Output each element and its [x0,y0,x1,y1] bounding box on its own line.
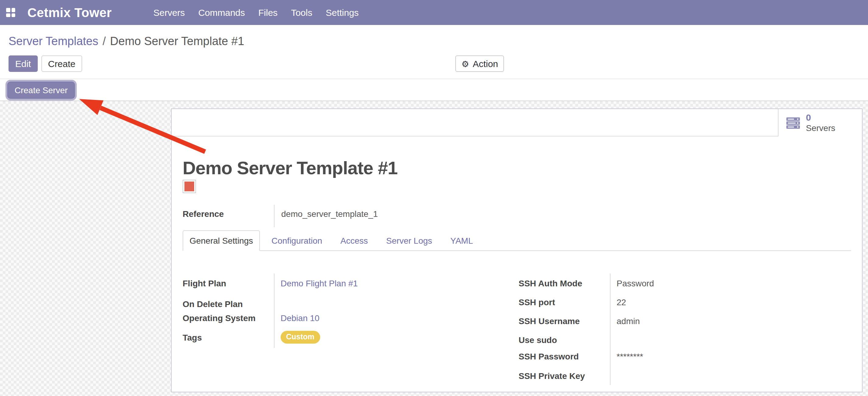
field-value: ******** [610,351,643,361]
tags-value: Custom [274,331,320,344]
field-row-flight-plan: Flight Plan Demo Flight Plan #1 [183,277,499,290]
menu-item-servers[interactable]: Servers [147,7,191,18]
field-row-ssh-auth-mode: SSH Auth Mode Password [519,277,847,290]
tab-access[interactable]: Access [334,230,375,250]
tab-server-logs[interactable]: Server Logs [379,230,439,250]
field-label: Use sudo [519,335,610,345]
field-label: SSH Password [519,351,610,361]
flight-plan-link[interactable]: Demo Flight Plan #1 [274,278,358,288]
top-navbar: Cetmix Tower Servers Commands Files Tool… [0,0,868,25]
field-label: SSH Private Key [519,371,610,381]
field-value: Password [610,278,654,288]
breadcrumb-parent-link[interactable]: Server Templates [8,35,98,48]
field-value: admin [610,316,640,326]
action-button[interactable]: ⚙ Action [455,55,504,72]
field-row-tags: Tags Custom [183,331,499,344]
app-brand[interactable]: Cetmix Tower [27,5,112,20]
stat-button-text: 0 Servers [806,113,835,133]
reference-label: Reference [183,208,224,220]
field-label: Operating System [183,313,274,323]
server-template-card: 0 Servers Demo Server Template #1 Refere… [171,108,863,392]
field-row-ssh-port: SSH port 22 [519,296,847,309]
breadcrumb-separator: / [102,35,106,48]
gear-icon: ⚙ [461,59,469,68]
edit-button[interactable]: Edit [8,55,38,72]
field-row-on-delete-plan: On Delete Plan [183,297,499,310]
tab-general-settings[interactable]: General Settings [183,230,260,251]
breadcrumb-current: Demo Server Template #1 [110,35,244,48]
tag-badge: Custom [281,331,320,344]
stat-button-value: 0 [806,113,835,123]
field-label: SSH port [519,297,610,307]
servers-stat-button[interactable]: 0 Servers [778,109,862,137]
record-title: Demo Server Template #1 [183,158,398,178]
field-value: 22 [610,297,626,307]
color-swatch [183,180,196,193]
reference-value: demo_server_template_1 [281,208,378,220]
menu-item-settings[interactable]: Settings [319,7,365,18]
control-panel: Server Templates/Demo Server Template #1… [0,25,868,79]
color-swatch-fill [184,181,194,191]
stat-button-label: Servers [806,123,835,133]
app-window: Cetmix Tower Servers Commands Files Tool… [0,0,868,396]
field-row-ssh-private-key: SSH Private Key [519,369,847,382]
reference-separator [274,205,275,227]
action-button-label: Action [473,58,498,69]
action-strip: Create Server [0,79,868,101]
tab-configuration[interactable]: Configuration [265,230,329,250]
create-button[interactable]: Create [41,55,82,72]
field-row-operating-system: Operating System Debian 10 [183,312,499,324]
form-buttons: Edit Create [8,55,82,72]
menu-item-tools[interactable]: Tools [284,7,319,18]
tab-yaml[interactable]: YAML [444,230,479,250]
left-field-group: Flight Plan Demo Flight Plan #1 On Delet… [183,272,499,344]
servers-stack-icon [786,115,800,130]
field-label: SSH Auth Mode [519,278,610,288]
field-label: SSH Username [519,316,610,326]
menu-item-commands[interactable]: Commands [191,7,251,18]
field-row-ssh-username: SSH Username admin [519,315,847,328]
field-label: Tags [183,332,274,342]
field-row-use-sudo: Use sudo [519,334,847,346]
field-row-ssh-password: SSH Password ******** [519,350,847,363]
right-field-group: SSH Auth Mode Password SSH port 22 SSH U… [519,272,847,382]
create-server-button[interactable]: Create Server [7,82,75,99]
apps-grid-icon[interactable] [6,8,15,17]
smart-button-box: 0 Servers [172,109,862,137]
breadcrumb: Server Templates/Demo Server Template #1 [8,35,244,48]
menu-item-files[interactable]: Files [252,7,284,18]
field-label: Flight Plan [183,278,274,288]
field-groups: Flight Plan Demo Flight Plan #1 On Delet… [183,272,851,388]
top-menu: Servers Commands Files Tools Settings [147,0,366,25]
notebook-tabs: General Settings Configuration Access Se… [183,230,851,251]
operating-system-link[interactable]: Debian 10 [274,313,319,323]
field-label: On Delete Plan [183,299,274,309]
